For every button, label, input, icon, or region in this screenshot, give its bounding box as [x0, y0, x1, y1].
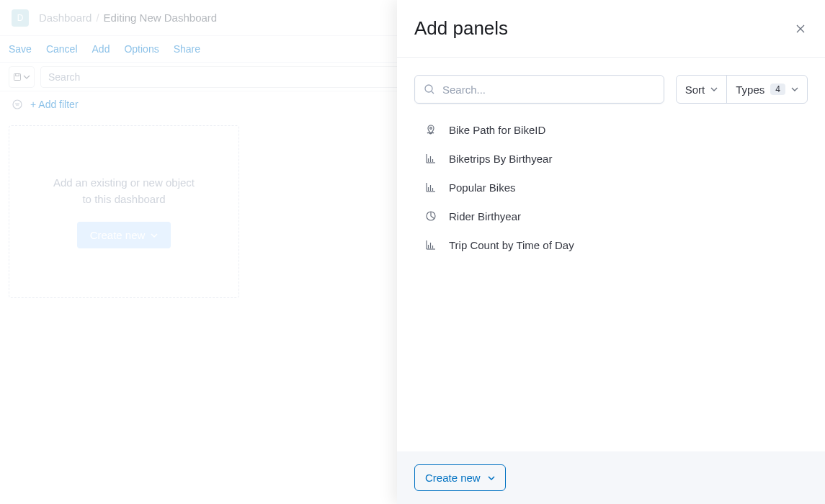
- panel-item-label: Rider Birthyear: [449, 210, 521, 222]
- chevron-down-icon: [791, 87, 798, 91]
- pie-icon: [424, 210, 437, 222]
- flyout-controls: Sort Types 4: [414, 75, 808, 104]
- panel-item[interactable]: Rider Birthyear: [414, 202, 808, 230]
- svg-point-4: [430, 127, 432, 130]
- close-icon: [796, 24, 805, 33]
- flyout-footer: Create new: [397, 451, 825, 504]
- panel-item[interactable]: Popular Bikes: [414, 173, 808, 202]
- add-panels-flyout: Add panels Sort Types 4: [397, 0, 825, 504]
- panel-item[interactable]: Trip Count by Time of Day: [414, 230, 808, 259]
- panel-list: Bike Path for BikeIDBiketrips By Birthye…: [414, 115, 808, 259]
- panel-item-label: Bike Path for BikeID: [449, 124, 545, 136]
- sort-dropdown[interactable]: Sort: [677, 76, 727, 103]
- svg-point-3: [425, 85, 432, 92]
- panel-item-label: Biketrips By Birthyear: [449, 153, 552, 165]
- close-button[interactable]: [793, 22, 808, 36]
- flyout-header: Add panels: [397, 0, 825, 58]
- filter-dropdown-group: Sort Types 4: [676, 75, 808, 104]
- create-new-button[interactable]: Create new: [414, 464, 506, 491]
- types-dropdown[interactable]: Types 4: [726, 76, 807, 103]
- flyout-title: Add panels: [414, 17, 508, 40]
- chevron-down-icon: [488, 476, 495, 480]
- bar-icon: [424, 238, 437, 251]
- bar-icon: [424, 152, 437, 165]
- panel-item[interactable]: Bike Path for BikeID: [414, 115, 808, 144]
- chevron-down-icon: [710, 87, 718, 91]
- map-icon: [424, 123, 437, 136]
- bar-icon: [424, 181, 437, 194]
- search-icon: [424, 84, 435, 95]
- flyout-body: Sort Types 4 Bike Path for BikeIDBiketri…: [397, 58, 825, 451]
- panel-search-input[interactable]: [442, 84, 655, 96]
- panel-item-label: Trip Count by Time of Day: [449, 239, 574, 251]
- panel-search-box[interactable]: [414, 75, 664, 104]
- types-count-badge: 4: [770, 84, 785, 95]
- panel-item-label: Popular Bikes: [449, 181, 516, 194]
- panel-item[interactable]: Biketrips By Birthyear: [414, 144, 808, 173]
